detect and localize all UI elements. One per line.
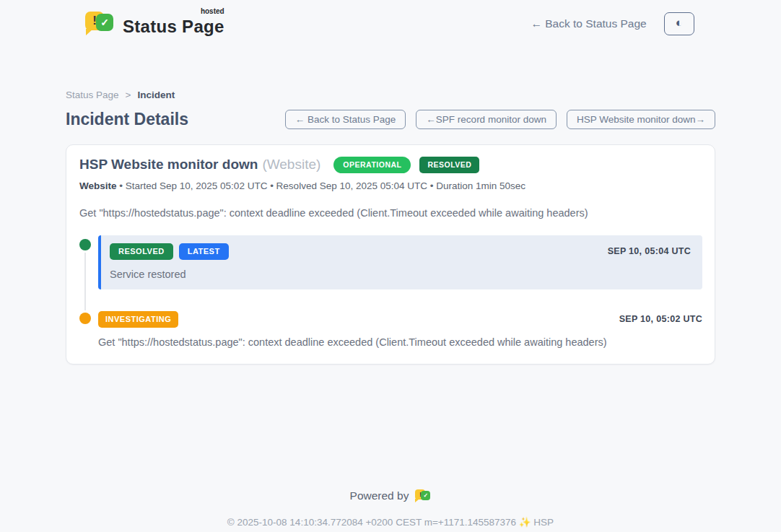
next-incident-button[interactable]: HSP Website monitor down→ [567,110,715,129]
incident-meta-component: Website [79,180,117,191]
title-row: Incident Details ← Back to Status Page ←… [66,110,715,129]
incident-card: HSP Website monitor down (Website) OPERA… [66,144,715,365]
incident-nav-buttons: ← Back to Status Page ←SPF record monito… [285,110,715,129]
logo-text: Status Page [123,17,224,36]
timeline-timestamp: SEP 10, 05:02 UTC [619,314,702,324]
header-back-link[interactable]: ← Back to Status Page [531,17,646,30]
breadcrumb-separator-icon: > [126,90,131,100]
header: ! ✓ Status Page hosted ← Back to Status … [0,0,781,48]
timeline-dot-investigating [79,313,91,324]
timeline-entry-head: RESOLVED LATEST SEP 10, 05:04 UTC [110,243,691,260]
timeline-entry-badges: INVESTIGATING [98,311,178,328]
incident-title: HSP Website monitor down [79,157,258,173]
breadcrumb: Status Page > Incident [66,90,715,100]
operational-status-badge: OPERATIONAL [333,157,411,173]
resolved-badge: RESOLVED [110,243,173,260]
timeline-entry-content: INVESTIGATING SEP 10, 05:02 UTC Get "htt… [98,311,702,348]
logo-hosted-label: hosted [201,7,224,15]
timeline-entry-investigating: INVESTIGATING SEP 10, 05:02 UTC Get "htt… [79,311,702,348]
logo-wordmark: Status Page hosted [123,11,224,37]
copyright-text: © 2025-10-08 14:10:34.772084 +0200 CEST … [66,516,715,528]
resolved-status-badge: RESOLVED [419,157,479,173]
timeline-entry-head: INVESTIGATING SEP 10, 05:02 UTC [98,311,702,328]
powered-by-link[interactable]: Powered by ! ✓ [66,489,715,504]
header-actions: ← Back to Status Page ◐ [531,12,694,36]
half-circle-icon: ◐ [676,16,683,30]
breadcrumb-status-page[interactable]: Status Page [66,90,119,100]
timeline-message: Get "https://hostedstatus.page": context… [98,336,702,348]
incident-meta-details: • Started Sep 10, 2025 05:02 UTC • Resol… [119,180,525,191]
theme-toggle-button[interactable]: ◐ [664,12,694,36]
powered-by-label: Powered by [350,489,409,502]
incident-title-row: HSP Website monitor down (Website) OPERA… [79,157,702,173]
main-content: Status Page > Incident Incident Details … [66,90,715,528]
latest-badge: LATEST [179,243,229,260]
incident-timeline: RESOLVED LATEST SEP 10, 05:04 UTC Servic… [79,237,702,348]
incident-description: Get "https://hostedstatus.page": context… [79,207,702,219]
incident-component: (Website) [262,157,320,173]
back-to-status-page-button[interactable]: ← Back to Status Page [285,110,406,129]
checkmark-icon: ✓ [421,491,430,500]
investigating-badge: INVESTIGATING [98,311,178,328]
statuspage-logo-icon: ! ✓ [85,10,114,38]
footer: Powered by ! ✓ © 2025-10-08 14:10:34.772… [66,489,715,528]
timeline-dot-resolved [79,239,91,250]
prev-incident-button[interactable]: ←SPF record monitor down [416,110,557,129]
checkmark-icon: ✓ [96,14,113,31]
timeline-entry-content: RESOLVED LATEST SEP 10, 05:04 UTC Servic… [98,235,702,289]
page-title: Incident Details [66,110,188,129]
timeline-timestamp: SEP 10, 05:04 UTC [608,246,691,256]
timeline-message: Service restored [110,269,691,280]
timeline-entry-resolved: RESOLVED LATEST SEP 10, 05:04 UTC Servic… [79,237,702,289]
statuspage-logo[interactable]: ! ✓ Status Page hosted [85,10,224,38]
breadcrumb-incident: Incident [137,90,175,100]
statuspage-mini-logo-icon: ! ✓ [415,489,431,504]
incident-meta: Website • Started Sep 10, 2025 05:02 UTC… [79,180,702,191]
timeline-entry-badges: RESOLVED LATEST [110,243,229,260]
